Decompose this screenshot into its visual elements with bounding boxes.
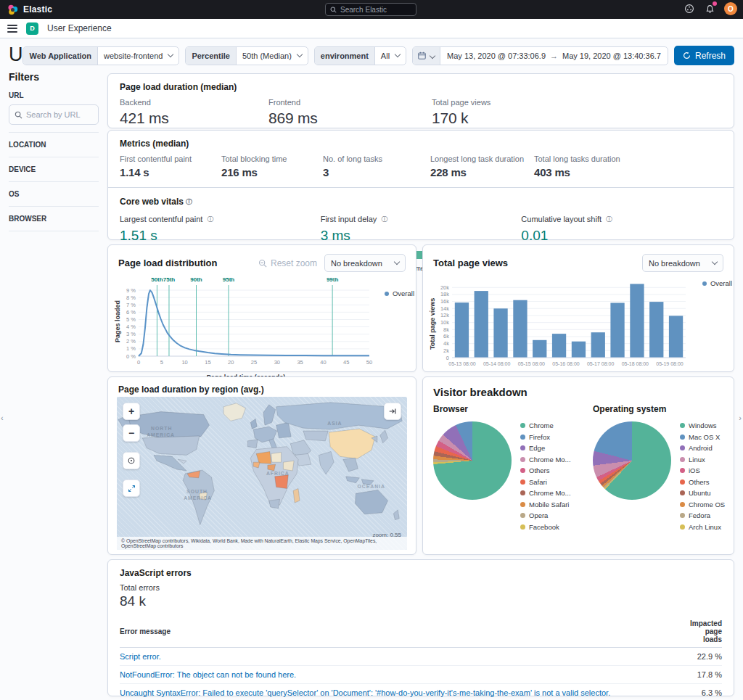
legend-item[interactable]: Chrome Mo... <box>520 489 571 497</box>
url-search-input[interactable]: Search by URL <box>9 104 99 125</box>
y-axis-label: Pages loaded <box>114 300 121 342</box>
sidebar-item-device[interactable]: DEVICE <box>9 157 99 182</box>
error-message-link[interactable]: Script error. <box>120 652 161 661</box>
os-pie-chart[interactable] <box>593 421 671 500</box>
sidebar-item-browser[interactable]: BROWSER <box>9 207 99 231</box>
map-legend-collapse-button[interactable] <box>384 403 401 420</box>
svg-text:5: 5 <box>160 359 163 366</box>
distribution-breakdown-select[interactable]: No breakdown <box>324 254 406 272</box>
sidebar-item-location[interactable]: LOCATION <box>9 133 99 157</box>
map-set-view-button[interactable] <box>123 452 140 469</box>
legend-item[interactable]: Edge <box>520 444 571 452</box>
user-avatar[interactable]: O <box>724 2 737 15</box>
chart-legend-overall[interactable]: Overall <box>385 289 414 297</box>
legend-item[interactable]: Windows <box>680 421 725 429</box>
legend-item[interactable]: Firefox <box>520 433 571 441</box>
right-edge-expand-icon[interactable]: › <box>739 413 742 422</box>
legend-item[interactable]: Others <box>520 466 571 474</box>
svg-text:4k: 4k <box>443 340 449 347</box>
legend-dot <box>520 479 525 485</box>
legend-item[interactable]: Safari <box>520 478 571 486</box>
panel-title: JavaScript errors <box>120 568 722 578</box>
magnifier-minus-icon <box>258 259 267 268</box>
legend-item[interactable]: Ubuntu <box>680 489 725 497</box>
svg-text:05-16 08:00: 05-16 08:00 <box>552 361 579 366</box>
breadcrumb[interactable]: User Experience <box>47 23 112 33</box>
svg-text:7 %: 7 % <box>126 302 136 308</box>
legend-item[interactable]: Arch Linux <box>680 523 725 531</box>
total-errors-label: Total errors <box>120 583 722 592</box>
table-row: NotFoundError: The object can not be fou… <box>120 666 722 684</box>
legend-item[interactable]: Opera <box>520 511 571 519</box>
column-header-impact[interactable]: Impacted page loads <box>686 616 722 648</box>
refresh-button[interactable]: Refresh <box>674 46 734 65</box>
stat-label: Total long tasks duration <box>534 155 643 163</box>
notifications-bell-icon[interactable] <box>704 3 715 15</box>
chevron-down-icon <box>712 259 718 265</box>
page-load-distribution-chart[interactable]: 0 %1 %2 %3 %4 %5 %6 %7 %8 %9 %0510152025… <box>115 275 374 375</box>
info-icon[interactable]: ⓘ <box>186 197 192 207</box>
web-application-select[interactable]: Web Application website-frontend <box>22 46 179 65</box>
legend-item[interactable]: iOS <box>680 466 725 474</box>
elastic-logo[interactable]: Elastic <box>7 4 52 15</box>
app-badge-icon[interactable]: D <box>26 22 38 35</box>
total-errors-value: 84 k <box>120 593 722 609</box>
chart-legend-overall[interactable]: Overall <box>702 279 732 287</box>
percentile-select[interactable]: Percentile 50th (Median) <box>185 46 308 65</box>
legend-item[interactable]: Chrome OS <box>680 501 725 508</box>
legend-item[interactable]: Others <box>680 478 725 486</box>
svg-text:2 %: 2 % <box>126 338 136 345</box>
help-icon[interactable] <box>684 3 695 15</box>
legend-dot <box>520 490 525 495</box>
error-message-link[interactable]: Uncaught SyntaxError: Failed to execute … <box>120 688 610 697</box>
vital-label: Cumulative layout shift ⓘ <box>521 215 722 225</box>
legend-item[interactable]: Android <box>680 444 725 452</box>
legend-item[interactable]: Mobile Safari <box>520 501 571 508</box>
map-label-asia: ASIA <box>327 421 342 426</box>
map-zoom-out-button[interactable]: − <box>123 424 140 442</box>
info-icon[interactable]: ⓘ <box>207 215 213 224</box>
legend-item[interactable]: Facebook <box>520 523 571 531</box>
left-edge-collapse-icon[interactable]: ‹ <box>1 413 4 422</box>
legend-dot <box>520 457 525 462</box>
world-map[interactable]: NORTH AMERICA SOUTH AMERICA AFRICA ASIA … <box>117 397 407 550</box>
environment-label: environment <box>315 47 375 65</box>
map-attribution[interactable]: © OpenStreetMap contributors, Wikidata, … <box>117 537 407 550</box>
error-message-link[interactable]: NotFoundError: The object can not be fou… <box>120 670 296 679</box>
svg-text:8k: 8k <box>443 326 449 333</box>
expand-icon <box>128 485 136 493</box>
page-views-breakdown-select[interactable]: No breakdown <box>642 254 723 272</box>
legend-item[interactable]: Chrome <box>520 421 571 429</box>
legend-dot <box>680 423 685 428</box>
stat-label: Frontend <box>268 98 432 107</box>
os-subtitle: Operating system <box>593 404 743 414</box>
sidebar-item-os[interactable]: OS <box>9 182 99 207</box>
date-range-value[interactable]: May 13, 2020 @ 07:33:06.9 → May 19, 2020… <box>440 47 668 65</box>
total-page-views-chart[interactable]: 02k4k6k8k10k12k14k16k18k20k05-13 08:0005… <box>430 273 691 375</box>
svg-text:12k: 12k <box>440 312 449 318</box>
global-search-input[interactable]: Search Elastic <box>325 3 416 16</box>
info-icon[interactable]: ⓘ <box>381 215 387 224</box>
svg-text:6k: 6k <box>443 333 449 339</box>
map-zoom-in-button[interactable]: + <box>123 403 140 420</box>
panel-title: Metrics (median) <box>120 139 722 149</box>
info-icon[interactable]: ⓘ <box>606 215 612 224</box>
crosshair-icon <box>127 456 136 465</box>
menu-hamburger-icon[interactable] <box>7 22 17 34</box>
reset-zoom-button[interactable]: Reset zoom <box>258 258 317 268</box>
date-start[interactable]: May 13, 2020 @ 07:33:06.9 <box>447 52 546 60</box>
environment-select[interactable]: environment All <box>314 46 406 65</box>
date-end[interactable]: May 19, 2020 @ 13:40:36.7 <box>562 52 661 60</box>
column-header-message[interactable]: Error message <box>120 616 686 648</box>
legend-item[interactable]: Linux <box>680 456 725 464</box>
browser-pie-chart[interactable] <box>433 421 512 500</box>
stat-label: Total page views <box>432 98 580 107</box>
legend-item[interactable]: Mac OS X <box>680 433 725 441</box>
collapse-arrow-icon <box>388 407 397 416</box>
map-expand-button[interactable] <box>123 479 140 497</box>
legend-item[interactable]: Chrome Mo... <box>520 456 571 464</box>
calendar-dropdown-button[interactable] <box>413 47 440 65</box>
legend-dot <box>680 479 685 485</box>
svg-text:45: 45 <box>343 359 349 366</box>
legend-item[interactable]: Fedora <box>680 511 725 519</box>
